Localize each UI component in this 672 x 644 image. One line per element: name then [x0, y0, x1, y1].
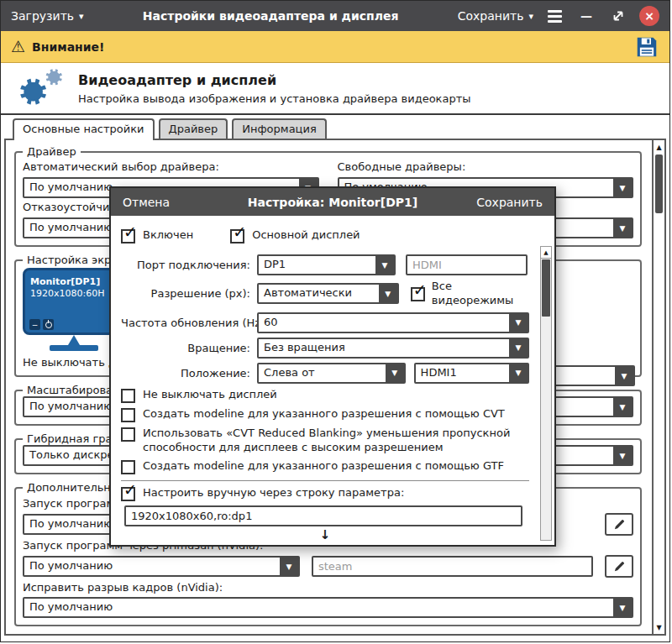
monitor-stand: [68, 335, 80, 345]
port-select-value: DP1: [259, 256, 375, 274]
port-row: Порт подключения: DP1 ▼: [121, 254, 529, 275]
primary-display-checkbox-label: Основной дисплей: [252, 228, 360, 243]
tab-driver[interactable]: Драйвер: [159, 118, 228, 139]
scroll-down-icon: ▼: [656, 624, 661, 631]
pencil-icon: [613, 560, 626, 573]
enabled-checkbox-row[interactable]: ✓ Включен: [121, 228, 193, 243]
resolution-label: Разрешение (px):: [121, 287, 257, 300]
app-header: Видеоадаптер и дисплей Настройка вывода …: [1, 63, 669, 115]
dialog-header: Отмена Настройка: Monitor[DP1] Сохранить: [111, 188, 554, 216]
refresh-select[interactable]: 60 ▼: [257, 312, 529, 333]
primary-display-checkbox[interactable]: ✓: [230, 229, 244, 243]
primus-edit-button[interactable]: [605, 555, 633, 578]
cvt-checkbox-label: Создать modeline для указанного разрешен…: [143, 407, 505, 421]
dialog-cancel-button[interactable]: Отмена: [123, 196, 198, 209]
scroll-down-button[interactable]: ▼: [654, 620, 664, 634]
enabled-checkbox[interactable]: ✓: [121, 229, 135, 243]
tab-main-settings-label: Основные настройки: [23, 123, 144, 135]
chevron-down-icon[interactable]: ▼: [615, 367, 633, 385]
dialog-scrollbar-thumb[interactable]: [542, 259, 550, 317]
port-select[interactable]: DP1 ▼: [257, 254, 396, 275]
rotation-select[interactable]: Без вращения ▼: [257, 338, 529, 359]
page-subtitle: Настройка вывода изображения и установка…: [78, 92, 471, 105]
position-target-select[interactable]: HDMI1 ▼: [414, 363, 529, 384]
manual-checkbox-row[interactable]: ✓ Настроить вручную через строку парамет…: [121, 486, 529, 501]
gtf-checkbox[interactable]: ✓: [121, 460, 135, 474]
gears-icon: [9, 65, 68, 112]
dialog-scrollbar[interactable]: ▲: [540, 246, 552, 541]
port-manual-input[interactable]: [406, 254, 528, 275]
warning-icon: ⚠: [11, 39, 25, 55]
scrollbar-thumb[interactable]: [655, 154, 663, 213]
keep-on-checkbox-label: Не выключать дисплей: [143, 388, 277, 402]
dialog-scroll-up-button[interactable]: ▲: [541, 247, 551, 259]
cvt-checkbox[interactable]: ✓: [121, 408, 135, 422]
resolution-select[interactable]: Автоматически ▼: [257, 283, 399, 304]
check-icon: ✓: [413, 280, 427, 299]
minimize-button[interactable]: —: [575, 5, 597, 27]
chevron-down-icon[interactable]: ▼: [613, 599, 632, 616]
tab-info[interactable]: Информация: [232, 118, 326, 139]
cvt-checkbox-row[interactable]: ✓ Создать modeline для указанного разреш…: [121, 407, 529, 422]
rotation-row: Вращение: Без вращения ▼: [121, 338, 529, 359]
resolution-select-value: Автоматически: [259, 285, 379, 302]
tearing-label: Исправить разрыв кадров (nVidia):: [23, 581, 633, 594]
tab-main-settings[interactable]: Основные настройки: [13, 118, 155, 140]
chevron-down-icon[interactable]: ▼: [386, 364, 404, 382]
save-menu-button[interactable]: Сохранить ▾: [458, 9, 533, 23]
primus-app-input[interactable]: [312, 556, 593, 577]
tab-driver-label: Драйвер: [169, 123, 218, 135]
hamburger-icon: [548, 10, 562, 23]
position-select[interactable]: Слева от ▼: [257, 363, 406, 384]
dialog-title: Настройка: Monitor[DP1]: [198, 196, 467, 209]
all-modes-checkbox-label: Все видеорежимы: [432, 280, 529, 308]
chevron-down-icon[interactable]: ▼: [613, 447, 632, 464]
check-icon: ✓: [233, 223, 246, 241]
primus-select[interactable]: По умолчанию ▼: [23, 556, 300, 577]
manual-checkbox[interactable]: ✓: [121, 487, 135, 501]
keep-on-checkbox-row[interactable]: ✓ Не выключать дисплей: [121, 388, 529, 403]
chevron-down-icon[interactable]: ▼: [613, 179, 632, 196]
monitor-buttons: −: [29, 319, 54, 330]
all-modes-checkbox-row[interactable]: ✓ Все видеорежимы: [411, 280, 529, 308]
cvt-rb-checkbox-row[interactable]: ✓ Использовать «CVT Reduced Blanking» ум…: [121, 427, 529, 455]
chevron-down-icon[interactable]: ▼: [375, 256, 394, 274]
gtf-checkbox-row[interactable]: ✓ Создать modeline для указанного разреш…: [121, 459, 529, 474]
position-target-select-value: HDMI1: [416, 364, 509, 382]
dialog-save-button[interactable]: Сохранить: [467, 196, 543, 209]
chevron-down-icon[interactable]: ▼: [280, 558, 298, 575]
position-select-value: Слева от: [259, 364, 386, 382]
menu-button[interactable]: [543, 5, 565, 27]
app-window: Загрузить ▾ Настройки видеоадаптера и ди…: [0, 0, 670, 642]
power-icon[interactable]: [43, 319, 54, 330]
primary-display-checkbox-row[interactable]: ✓ Основной дисплей: [230, 228, 360, 243]
maximize-button[interactable]: [607, 5, 629, 27]
chevron-down-icon[interactable]: ▼: [509, 339, 528, 357]
rotation-select-value: Без вращения: [259, 339, 509, 357]
optirun-edit-button[interactable]: [605, 513, 633, 536]
all-modes-checkbox[interactable]: ✓: [411, 287, 425, 301]
manual-param-input[interactable]: [124, 505, 522, 526]
chevron-down-icon[interactable]: ▼: [613, 219, 632, 237]
chevron-down-icon[interactable]: ▼: [509, 314, 528, 332]
close-button[interactable]: ×: [639, 6, 659, 26]
monitor-mode: 1920x1080:60H: [25, 288, 123, 299]
chevron-down-icon[interactable]: ▼: [509, 364, 528, 382]
refresh-row: Частота обновления (Hz): 60 ▼: [121, 312, 529, 333]
load-menu-label: Загрузить: [11, 9, 74, 23]
cvt-rb-checkbox[interactable]: ✓: [121, 427, 135, 442]
caret-down-icon: ▾: [528, 11, 533, 22]
chevron-down-icon[interactable]: ▼: [613, 398, 632, 416]
chevron-down-icon[interactable]: ▼: [379, 285, 397, 302]
scroll-up-icon: ▲: [656, 144, 661, 151]
scroll-up-button[interactable]: ▲: [654, 140, 664, 154]
main-scrollbar[interactable]: ▲ ▼: [652, 140, 664, 634]
power-glyph: [45, 322, 52, 328]
monitor-minus-icon[interactable]: −: [29, 319, 40, 330]
warning-bar: ⚠ Внимание!: [1, 31, 669, 63]
position-row: Положение: Слева от ▼ HDMI1 ▼: [121, 363, 529, 384]
tearing-select[interactable]: По умолчанию ▼: [23, 597, 633, 618]
save-file-icon[interactable]: [634, 34, 659, 60]
load-menu-button[interactable]: Загрузить ▾: [11, 9, 84, 23]
keep-on-checkbox[interactable]: ✓: [121, 389, 135, 403]
